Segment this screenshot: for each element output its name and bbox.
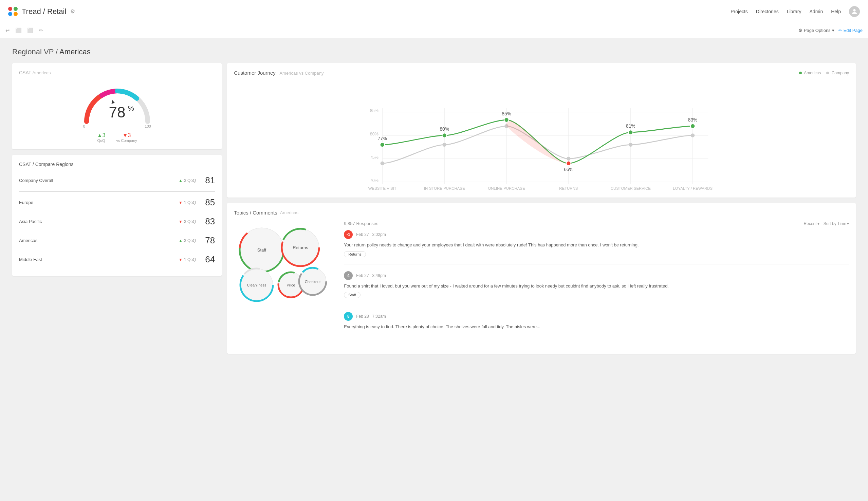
legend-company: Company [826,71,849,75]
svg-text:77%: 77% [378,136,387,141]
pin-icon[interactable]: ✏ [39,28,43,34]
down-icon-me: ▼ [179,257,183,262]
breadcrumb-part2: Americas [60,47,90,56]
svg-text:75%: 75% [370,155,378,160]
comment-meta-3: Feb 28 7:02am [356,314,386,319]
topics-subtitle: Americas [280,210,298,215]
main-content: Regional VP / Americas CSAT Americas [0,38,868,363]
logo-dot-4 [13,12,18,16]
svg-text:WEBSITE VISIT: WEBSITE VISIT [368,186,396,190]
back-icon[interactable]: ↩ [6,28,10,34]
region-name-company: Company Overall [19,178,179,183]
save-icon[interactable]: ⬜ [15,28,22,34]
edit-page-button[interactable]: ✏ Edit Page [838,28,862,33]
copy-icon[interactable]: ⬜ [27,28,34,34]
svg-point-17 [381,162,384,165]
compare-regions-card: CSAT / Compare Regions Company Overall ▲… [12,155,222,276]
svg-text:83%: 83% [688,117,697,122]
topics-card: Topics / Comments Americas Staff [227,203,856,354]
svg-text:Staff: Staff [257,247,267,253]
nav-help[interactable]: Help [831,9,841,14]
svg-text:%: % [128,105,134,112]
csat-metrics: ▲3 QoQ ▼3 vs Company [97,132,137,142]
svg-text:66%: 66% [564,167,573,172]
chevron-down-icon: ▾ [832,28,834,33]
svg-text:CUSTOMER SERVICE: CUSTOMER SERVICE [611,186,651,190]
toolbar-right: ⚙ Page Options ▾ ✏ Edit Page [799,28,862,33]
region-row-me: Middle East ▼1 QoQ 64 [19,250,215,269]
svg-point-25 [504,117,509,122]
svg-text:78: 78 [109,104,125,120]
comment-tag-2[interactable]: Staff [344,292,360,298]
svg-text:Returns: Returns [293,245,308,250]
edit-icon: ✏ [838,28,842,33]
journey-title-group: Customer Journey Americas vs Company [234,70,323,76]
svg-point-20 [567,157,570,161]
region-score-americas: 78 [201,235,215,246]
region-change-europe: ▼1 QoQ [179,200,196,205]
comment-meta-2: Feb 27 3:49pm [356,273,386,278]
region-row-asia: Asia Pacific ▼3 QoQ 83 [19,212,215,231]
up-icon: ▲ [179,178,183,183]
logo [8,7,18,16]
region-score-me: 64 [201,254,215,265]
comment-header-2: 4 Feb 27 3:49pm [344,271,849,280]
app-title: Tread / Retail [22,7,66,16]
gauge-container: 78 % [80,81,154,125]
page-options-button[interactable]: ⚙ Page Options ▾ [799,28,834,33]
svg-text:80%: 80% [440,127,449,132]
region-score-asia: 83 [201,216,215,227]
nav-library[interactable]: Library [787,9,802,14]
logo-dot-1 [8,7,12,11]
region-change-asia: ▼3 QoQ [179,219,196,224]
region-name-europe: Europe [19,200,179,205]
gauge-svg: 78 % [80,81,154,125]
settings-icon[interactable]: ⚙ [70,8,75,14]
region-change-americas: ▲3 QoQ [179,238,196,243]
svg-point-21 [629,143,632,147]
svg-text:ONLINE PURCHASE: ONLINE PURCHASE [488,186,525,190]
svg-text:RETURNS: RETURNS [559,186,578,190]
qoq-metric: ▲3 QoQ [97,132,106,142]
svg-text:Price: Price [287,283,295,287]
nav-directories[interactable]: Directories [756,9,779,14]
svg-text:70%: 70% [370,178,378,183]
nav-right: Projects Directories Library Admin Help [730,6,860,17]
vs-company-value: ▼3 [116,132,137,138]
journey-chart: 70% 75% 80% 85% [234,81,849,190]
responses-count: 9,857 Responses [344,221,378,226]
chevron-recent-icon: ▾ [817,221,819,226]
comment-text-3: Everything is easy to find. There is ple… [344,323,849,330]
svg-text:85%: 85% [370,108,378,113]
compare-regions-title: CSAT / Compare Regions [19,162,215,167]
right-column: Customer Journey Americas vs Company Ame… [227,63,856,354]
top-nav: Tread / Retail ⚙ Projects Directories Li… [0,0,868,23]
svg-text:85%: 85% [502,111,511,116]
nav-projects[interactable]: Projects [730,9,748,14]
svg-point-18 [443,143,447,147]
qoq-label: QoQ [97,138,106,142]
left-column: CSAT Americas [12,63,222,354]
logo-dot-3 [8,12,12,16]
topics-bubbles: Staff Returns Cleanliness [234,221,336,347]
user-avatar[interactable] [849,6,860,17]
sort-recent-button[interactable]: Recent ▾ [804,221,819,226]
nav-admin[interactable]: Admin [810,9,823,14]
down-icon: ▼ [179,200,183,205]
chevron-time-icon: ▾ [847,221,849,226]
region-name-me: Middle East [19,257,179,262]
comment-header-3: 8 Feb 28 7:02am [344,312,849,321]
journey-legend: Americas Company [799,71,849,75]
comment-text-2: Found a shirt that I loved, but you were… [344,283,849,289]
comment-tag-1[interactable]: Returns [344,251,366,257]
svg-point-22 [691,134,695,137]
svg-text:80%: 80% [370,132,378,137]
sort-by-time-button[interactable]: Sort by Time ▾ [824,221,849,226]
svg-point-27 [628,130,633,135]
topics-body: Staff Returns Cleanliness [234,221,849,347]
sort-controls: Recent ▾ Sort by Time ▾ [804,221,849,226]
svg-marker-0 [111,100,115,104]
csat-subtitle: Americas [32,70,51,75]
comment-item-3: 8 Feb 28 7:02am Everything is easy to fi… [344,312,849,340]
svg-text:81%: 81% [626,124,635,129]
